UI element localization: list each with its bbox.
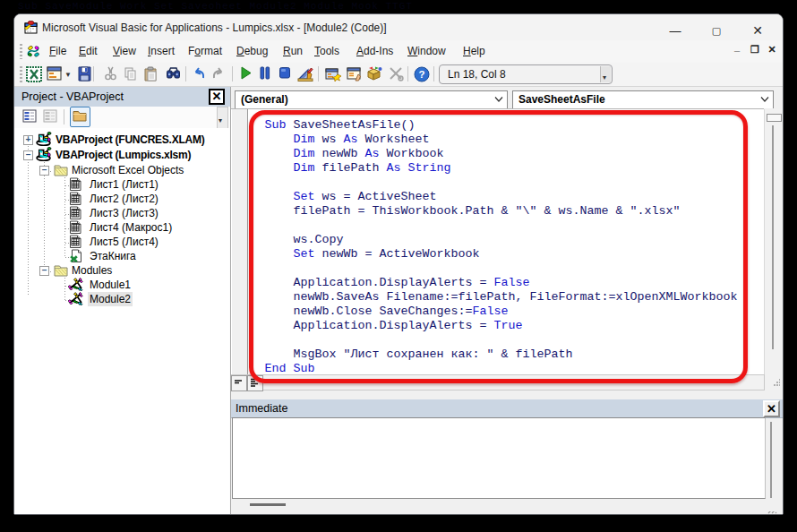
svg-text:?: ? xyxy=(418,69,424,80)
